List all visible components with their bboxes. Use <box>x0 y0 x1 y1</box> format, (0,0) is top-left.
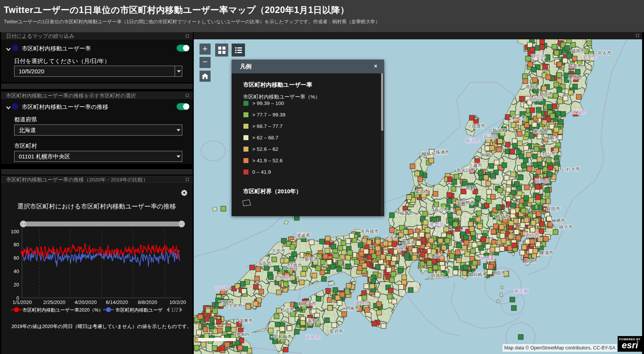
svg-text:高山市: 高山市 <box>434 207 448 212</box>
svg-text:宮古市: 宮古市 <box>598 50 612 56</box>
svg-text:豊田市: 豊田市 <box>431 254 444 259</box>
svg-text:大田市: 大田市 <box>272 248 286 254</box>
svg-text:高知市: 高知市 <box>307 318 321 323</box>
svg-text:国東市: 国東市 <box>239 318 253 323</box>
svg-text:勝浦市: 勝浦市 <box>540 250 553 255</box>
svg-text:秋田県: 秋田県 <box>531 54 546 59</box>
svg-text:糸魚川市: 糸魚川市 <box>456 168 475 173</box>
svg-text:珠洲市: 珠洲市 <box>436 150 449 155</box>
svg-text:奥州市: 奥州市 <box>568 74 582 80</box>
svg-text:60: 60 <box>14 255 19 261</box>
svg-text:滋賀: 滋賀 <box>397 245 406 251</box>
svg-text:小浜市: 小浜市 <box>384 235 398 240</box>
svg-text:新潟市: 新潟市 <box>492 128 506 133</box>
svg-text:10/2/20: 10/2/20 <box>169 299 186 305</box>
svg-text:8/8/2020: 8/8/2020 <box>138 299 157 305</box>
svg-text:庄原市: 庄原市 <box>289 263 302 268</box>
svg-text:新見市: 新見市 <box>305 257 318 262</box>
svg-text:上越市: 上越市 <box>469 163 482 168</box>
svg-text:田原市: 田原市 <box>431 273 444 278</box>
svg-text:新居浜市: 新居浜市 <box>298 301 316 306</box>
svg-text:山口県: 山口県 <box>215 286 229 291</box>
svg-text:東京都: 東京都 <box>514 289 529 294</box>
svg-text:下田市: 下田市 <box>492 270 506 276</box>
svg-text:宮城県: 宮城県 <box>572 110 586 115</box>
svg-text:100km: 100km <box>234 331 249 337</box>
svg-text:阿南市: 阿南市 <box>346 306 359 311</box>
svg-text:市区町村内移動ユーザー率2020（%）: 市区町村内移動ユーザー率2020（%） <box>23 307 103 313</box>
svg-text:安曇野市: 安曇野市 <box>456 200 475 205</box>
svg-text:岩手県: 岩手県 <box>582 54 597 60</box>
svg-text:静岡県: 静岡県 <box>481 256 495 261</box>
svg-text:1/2: 1/2 <box>171 307 178 313</box>
svg-text:新潟県: 新潟県 <box>466 138 480 143</box>
svg-text:6/14/2020: 6/14/2020 <box>106 299 128 305</box>
svg-text:2/25/2020: 2/25/2020 <box>43 299 65 305</box>
svg-text:長野: 長野 <box>466 185 475 191</box>
svg-text:40: 40 <box>14 268 19 274</box>
svg-text:岐阜県: 岐阜県 <box>430 222 444 227</box>
svg-text:郡山市: 郡山市 <box>542 151 556 157</box>
svg-text:80: 80 <box>14 242 19 247</box>
svg-text:選択市区町村における市区町村内移動ユーザー率の推移: 選択市区町村における市区町村内移動ユーザー率の推移 <box>17 203 176 210</box>
svg-text:徳島県: 徳島県 <box>355 300 369 306</box>
svg-text:福島県: 福島県 <box>535 178 550 184</box>
svg-text:市区町村内移動ユーザ: 市区町村内移動ユーザ <box>115 307 163 313</box>
svg-text:いわき市: いわき市 <box>561 166 580 172</box>
svg-text:佐渡市: 佐渡市 <box>472 123 485 129</box>
svg-text:盛岡市: 盛岡市 <box>571 48 585 54</box>
svg-text:室戸市: 室戸市 <box>329 329 343 334</box>
svg-text:松山市: 松山市 <box>281 307 294 312</box>
svg-text:東京都: 東京都 <box>525 233 540 238</box>
svg-text:山形県: 山形県 <box>528 96 543 102</box>
svg-text:宇和島市: 宇和島市 <box>274 334 292 339</box>
svg-text:2019年の値は2020年の同日（曜日は考慮していません）の: 2019年の値は2020年の同日（曜日は考慮していません）の値を示したものです。 <box>11 323 192 329</box>
svg-text:米沢市: 米沢市 <box>534 129 547 134</box>
svg-text:長浜市: 長浜市 <box>402 240 415 246</box>
svg-text:館山市: 館山市 <box>524 258 538 263</box>
svg-text:花巻市: 花巻市 <box>568 63 582 69</box>
svg-text:金沢市: 金沢市 <box>415 189 429 194</box>
svg-text:福島市: 福島市 <box>545 135 559 141</box>
svg-text:20: 20 <box>14 282 19 288</box>
svg-text:4/20/2020: 4/20/2020 <box>75 299 97 305</box>
svg-text:御前崎市: 御前崎市 <box>469 272 487 277</box>
svg-text:1/1/2020: 1/1/2020 <box>13 299 32 305</box>
svg-text:鉾田市: 鉾田市 <box>547 206 560 212</box>
svg-text:高知県: 高知県 <box>306 335 320 340</box>
svg-text:境港市: 境港市 <box>296 233 310 239</box>
svg-text:柏崎市: 柏崎市 <box>482 152 495 158</box>
svg-text:秩父市: 秩父市 <box>495 214 509 219</box>
svg-text:広島県: 広島県 <box>276 275 290 280</box>
svg-text:神栖市: 神栖市 <box>551 218 565 223</box>
svg-text:新潟県: 新潟県 <box>483 134 498 139</box>
svg-text:銚子市: 銚子市 <box>559 225 573 230</box>
svg-text:酒田市: 酒田市 <box>525 84 539 89</box>
svg-text:新庄市: 新庄市 <box>539 91 553 97</box>
svg-text:村上市: 村上市 <box>512 115 526 121</box>
svg-text:100: 100 <box>11 229 19 234</box>
svg-text:宇部市: 宇部市 <box>229 303 242 309</box>
svg-text:浜田市: 浜田市 <box>258 261 271 266</box>
svg-text:福井市: 福井市 <box>399 210 414 216</box>
svg-text:京丹後市: 京丹後市 <box>360 229 379 234</box>
